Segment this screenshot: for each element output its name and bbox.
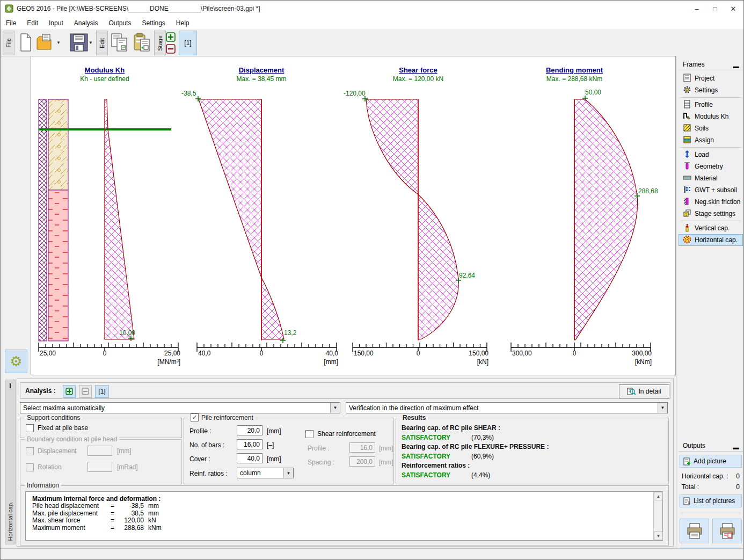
frames-item-material[interactable]: Material <box>679 172 743 184</box>
list-of-pictures-icon <box>683 497 691 505</box>
analysis-add-button[interactable] <box>63 385 76 398</box>
visualization-settings-button[interactable]: ⚙ <box>5 350 27 373</box>
frames-item-load[interactable]: Load <box>679 149 743 161</box>
frames-item-label: Profile <box>695 101 713 108</box>
annotation-moment-max: 288,68 <box>638 187 658 195</box>
annotation-displacement-base: 13,2 <box>284 329 297 337</box>
save-dropdown-arrow[interactable]: ▼ <box>89 40 93 45</box>
information-row: Pile head displacement=-38,5mm <box>32 503 662 510</box>
analysis-label: Analysis : <box>25 387 56 395</box>
scroll-down-icon[interactable]: ▼ <box>654 532 663 540</box>
displacement-checkbox <box>26 447 34 455</box>
pile-reinforcement-checkbox[interactable]: ✓ <box>191 413 199 421</box>
bars-label: No. of bars : <box>189 441 224 449</box>
frames-item-project[interactable]: Project <box>679 72 743 84</box>
charts-svg: 25,00 0 25,00 [MN/m³] 40,0 0 40,0 [mm] 1… <box>31 56 675 375</box>
list-of-pictures-button[interactable]: List of pictures <box>680 494 742 507</box>
close-button[interactable]: ✕ <box>724 2 742 16</box>
frames-item-settings[interactable]: Settings <box>679 84 743 96</box>
rotation-input <box>87 462 112 472</box>
frames-item-soils[interactable]: Soils <box>679 122 743 134</box>
outputs-panel-title: Outputs <box>683 442 705 449</box>
stage-tab-1[interactable]: [1] <box>179 31 197 55</box>
menu-help[interactable]: Help <box>171 18 195 28</box>
outputs-minimize-button[interactable]: ▬ <box>732 442 740 449</box>
add-picture-label: Add picture <box>694 457 726 465</box>
maximize-button[interactable]: □ <box>706 2 724 16</box>
frames-item-label: Load <box>695 151 709 158</box>
copy-picture-button[interactable] <box>110 32 129 53</box>
maxima-select-dropdown[interactable]: Select maxima automatically ▼ <box>20 402 340 413</box>
edit-vertical-tab[interactable]: Edit <box>96 31 108 55</box>
menu-file[interactable]: File <box>1 18 21 28</box>
file-vertical-tab[interactable]: File <box>3 31 14 55</box>
frames-item-label: Horizontal cap. <box>695 236 738 244</box>
stage-remove-button[interactable] <box>165 43 176 54</box>
new-file-button[interactable] <box>18 32 34 53</box>
in-detail-button[interactable]: In detail <box>619 384 669 398</box>
save-floppy-icon <box>69 33 89 52</box>
frames-item-label: Vertical cap. <box>695 224 730 232</box>
frames-item-gwt-subsoil[interactable]: GWT + subsoil <box>679 184 743 196</box>
menu-edit[interactable]: Edit <box>21 18 43 28</box>
outputs-panel-header: Outputs ▬ <box>679 440 743 452</box>
frames-item-horizontal-cap[interactable]: Horizontal cap. <box>679 234 743 246</box>
stage-vertical-tab[interactable]: Stage <box>154 31 166 55</box>
save-file-button[interactable]: ▼ <box>67 32 95 53</box>
frames-item-vertical-cap[interactable]: Vertical cap. <box>679 222 743 234</box>
frames-item-profile[interactable]: Profile <box>679 99 743 111</box>
print-settings-button[interactable] <box>712 519 742 543</box>
pile-reinforcement-title: Pile reinforcement <box>201 414 253 421</box>
scroll-up-icon[interactable]: ▲ <box>654 492 663 500</box>
result-status-row: SATISFACTORY(4,4%) <box>402 471 668 481</box>
result-status-row: SATISFACTORY(60,9%) <box>402 452 668 462</box>
maxima-dropdown-arrow-icon[interactable]: ▼ <box>330 403 340 413</box>
printer-settings-icon <box>718 522 736 540</box>
menu-analysis[interactable]: Analysis <box>69 18 104 28</box>
shear-reinforcement-label: Shear reinforcement <box>317 430 376 438</box>
analysis-remove-button[interactable] <box>79 385 92 398</box>
fixed-at-pile-base-checkbox[interactable] <box>26 424 34 432</box>
stage-add-button[interactable] <box>165 32 176 42</box>
verification-direction-dropdown[interactable]: Verification in the direction of maximum… <box>346 402 668 413</box>
frames-item-geometry[interactable]: Geometry <box>679 161 743 172</box>
reinf-ratios-dropdown[interactable]: column ▼ <box>237 468 294 478</box>
window-title: GEO5 2016 - Pile [X:\WEB-SCREENS\______D… <box>17 5 260 12</box>
frames-item-stage-settings[interactable]: 21 Stage settings <box>679 208 743 220</box>
frames-item-label: Geometry <box>695 163 723 170</box>
open-file-button[interactable]: ▼ <box>36 32 61 53</box>
bars-input[interactable] <box>237 439 262 449</box>
open-dropdown-arrow[interactable]: ▼ <box>56 40 61 45</box>
app-window: GEO5 2016 - Pile [X:\WEB-SCREENS\______D… <box>0 0 744 560</box>
frames-item-assign[interactable]: Assign <box>679 134 743 146</box>
frames-item-neg-skin-friction[interactable]: Neg.skin friction <box>679 196 743 208</box>
add-picture-button[interactable]: Add picture <box>680 455 742 468</box>
list-of-pictures-label: List of pictures <box>694 497 735 505</box>
menu-input[interactable]: Input <box>43 18 69 28</box>
paste-picture-button[interactable] <box>133 32 152 53</box>
cover-unit: [mm] <box>267 455 281 463</box>
shear-shape-upper <box>366 99 418 194</box>
frames-item-modulus-kh[interactable]: Modulus Kh <box>679 111 743 122</box>
frames-minimize-button[interactable]: ▬ <box>732 61 740 68</box>
print-button[interactable] <box>680 519 709 543</box>
axis3-unit: [kN] <box>477 358 488 366</box>
cover-input[interactable] <box>237 453 262 463</box>
shear-reinforcement-checkbox[interactable] <box>305 430 313 438</box>
shear-profile-unit: [mm] <box>379 445 393 452</box>
minimize-button[interactable]: – <box>688 2 706 16</box>
information-scrollbar[interactable]: ▲ ▼ <box>653 492 662 540</box>
horizontal-cap-side-tab[interactable]: I Horizontal cap. <box>5 380 16 544</box>
frames-list: Project Settings Profile Modulus Kh Soil… <box>679 70 743 246</box>
menu-settings[interactable]: Settings <box>136 18 170 28</box>
menu-outputs[interactable]: Outputs <box>103 18 136 28</box>
displacement-label: Displacement <box>38 447 77 455</box>
geometry-icon <box>683 162 691 172</box>
assign-icon <box>683 135 691 146</box>
verification-dropdown-arrow-icon[interactable]: ▼ <box>658 403 667 413</box>
reinf-ratios-arrow-icon[interactable]: ▼ <box>283 468 293 478</box>
profile-input[interactable] <box>237 425 262 435</box>
frames-item-label: Stage settings <box>695 210 735 217</box>
analysis-tab-1[interactable]: [1] <box>95 385 109 398</box>
add-picture-icon <box>683 457 691 466</box>
